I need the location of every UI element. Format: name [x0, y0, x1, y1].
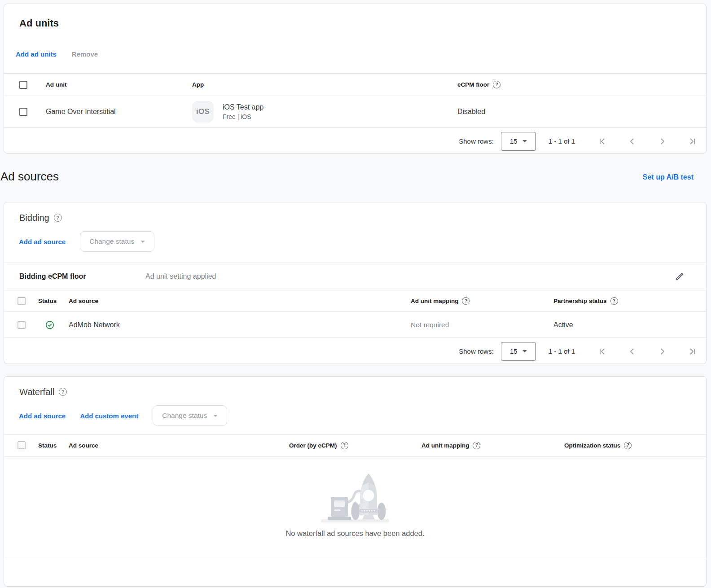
- column-header-ad-unit-mapping: Ad unit mapping ?: [411, 297, 553, 305]
- setup-ab-test-link[interactable]: Set up A/B test: [643, 173, 693, 181]
- help-icon[interactable]: ?: [54, 214, 62, 222]
- previous-page-icon[interactable]: [627, 136, 638, 147]
- ecpm-floor-value: Disabled: [457, 108, 706, 116]
- bidding-table-row[interactable]: AdMob Network Not required Active: [4, 312, 706, 338]
- add-ad-units-button[interactable]: Add ad units: [16, 50, 57, 58]
- dropdown-caret-icon: [213, 415, 218, 417]
- first-page-icon[interactable]: [597, 346, 608, 357]
- last-page-icon[interactable]: [686, 136, 697, 147]
- column-header-app: App: [192, 81, 457, 88]
- waterfall-table-header: Status Ad source Order (by eCPM) ? Ad un…: [4, 434, 706, 456]
- column-header-order-by-ecpm: Order (by eCPM) ?: [289, 442, 421, 449]
- help-icon[interactable]: ?: [493, 81, 500, 88]
- ad-units-card: Ad units Add ad units Remove Ad unit App…: [4, 4, 707, 154]
- waterfall-empty-state: No waterfall ad sources have been added.: [4, 456, 706, 559]
- waterfall-card: Waterfall ? Add ad source Add custom eve…: [4, 376, 707, 587]
- dropdown-caret-icon: [522, 350, 527, 352]
- ad-unit-name: Game Over Interstitial: [46, 108, 192, 116]
- show-rows-label: Show rows:: [459, 137, 494, 145]
- bidding-title: Bidding ?: [19, 212, 706, 223]
- bidding-ecpm-floor-value: Ad unit setting applied: [145, 272, 216, 281]
- bidding-ecpm-floor-row: Bidding eCPM floor Ad unit setting appli…: [4, 263, 706, 290]
- next-page-icon[interactable]: [657, 346, 667, 357]
- ad-source-name: AdMob Network: [69, 321, 411, 329]
- add-ad-source-button[interactable]: Add ad source: [19, 238, 66, 246]
- column-header-partnership-status: Partnership status ?: [553, 297, 706, 305]
- next-page-icon[interactable]: [657, 136, 667, 147]
- previous-page-icon[interactable]: [627, 346, 638, 357]
- remove-button: Remove: [72, 50, 98, 58]
- pagination-range: 1 - 1 of 1: [549, 137, 575, 145]
- rows-per-page-select[interactable]: 15: [501, 342, 536, 361]
- active-status-check-icon: [45, 320, 69, 329]
- app-name: iOS Test app: [223, 103, 263, 112]
- help-icon[interactable]: ?: [473, 442, 480, 449]
- ad-unit-table-row[interactable]: Game Over Interstitial iOS iOS Test app …: [4, 96, 706, 127]
- ios-app-icon: iOS: [192, 101, 214, 123]
- rows-per-page-select[interactable]: 15: [501, 132, 536, 151]
- row-checkbox[interactable]: [18, 321, 26, 329]
- bidding-ecpm-floor-label: Bidding eCPM floor: [19, 272, 145, 281]
- column-header-status: Status: [38, 442, 69, 449]
- ad-units-title: Ad units: [19, 18, 706, 29]
- bidding-actions: Add ad source Change status: [19, 231, 706, 252]
- rocket-fuel-pump-illustration: [320, 470, 390, 523]
- ad-unit-mapping-value: Not required: [411, 321, 553, 329]
- column-header-ecpm-floor: eCPM floor ?: [457, 81, 706, 88]
- column-header-ad-source: Ad source: [69, 442, 289, 449]
- help-icon[interactable]: ?: [624, 442, 632, 449]
- column-header-optimization-status: Optimization status ?: [564, 442, 706, 449]
- column-header-ad-source: Ad source: [69, 298, 411, 304]
- edit-pencil-icon[interactable]: [675, 272, 685, 281]
- waterfall-actions: Add ad source Add custom event Change st…: [19, 405, 706, 426]
- ad-units-actions: Add ad units Remove: [16, 48, 706, 59]
- ad-sources-title: Ad sources: [0, 170, 59, 184]
- help-icon[interactable]: ?: [59, 388, 67, 396]
- ad-sources-section: Ad sources Set up A/B test: [0, 168, 711, 188]
- help-icon[interactable]: ?: [341, 442, 348, 449]
- dropdown-caret-icon: [522, 140, 527, 142]
- last-page-icon[interactable]: [686, 346, 697, 357]
- app-cell: iOS iOS Test app Free | iOS: [192, 101, 457, 123]
- bidding-table-header: Status Ad source Ad unit mapping ? Partn…: [4, 290, 706, 312]
- waterfall-title: Waterfall ?: [19, 386, 706, 397]
- pagination-range: 1 - 1 of 1: [549, 347, 575, 355]
- help-icon[interactable]: ?: [462, 297, 470, 305]
- ad-units-pagination: Show rows: 15 1 - 1 of 1: [4, 127, 706, 154]
- row-checkbox[interactable]: [19, 108, 27, 116]
- empty-state-message: No waterfall ad sources have been added.: [285, 529, 424, 538]
- select-all-checkbox[interactable]: [18, 441, 26, 449]
- partnership-status-value: Active: [553, 321, 706, 329]
- bidding-pagination: Show rows: 15 1 - 1 of 1: [4, 338, 706, 364]
- help-icon[interactable]: ?: [610, 297, 618, 305]
- change-status-button: Change status: [80, 231, 154, 252]
- first-page-icon[interactable]: [597, 136, 608, 147]
- change-status-button: Change status: [153, 405, 227, 426]
- ad-units-table-header: Ad unit App eCPM floor ?: [4, 73, 706, 96]
- bidding-card: Bidding ? Add ad source Change status Bi…: [4, 202, 707, 364]
- show-rows-label: Show rows:: [459, 347, 494, 355]
- dropdown-caret-icon: [140, 241, 145, 243]
- select-all-checkbox[interactable]: [18, 297, 26, 305]
- column-header-ad-unit-mapping: Ad unit mapping ?: [421, 442, 564, 449]
- select-all-checkbox[interactable]: [19, 81, 27, 89]
- column-header-ad-unit: Ad unit: [46, 81, 192, 88]
- add-custom-event-button[interactable]: Add custom event: [80, 412, 138, 420]
- column-header-status: Status: [38, 298, 69, 304]
- app-meta: Free | iOS: [223, 113, 263, 121]
- add-ad-source-button[interactable]: Add ad source: [19, 412, 66, 420]
- waterfall-card-footer: [4, 559, 706, 587]
